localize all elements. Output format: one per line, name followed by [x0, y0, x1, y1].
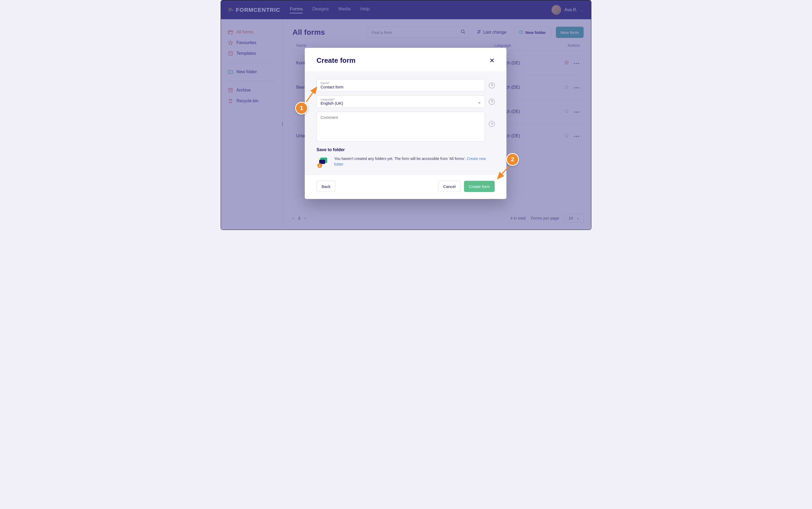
- comment-textarea[interactable]: [316, 112, 485, 141]
- close-button[interactable]: ✕: [489, 57, 495, 64]
- close-icon: ✕: [489, 57, 495, 64]
- help-icon[interactable]: ?: [489, 99, 495, 105]
- help-icon[interactable]: ?: [489, 82, 495, 89]
- name-input[interactable]: Contact form: [320, 84, 481, 89]
- folder-message: You haven't created any folders yet. The…: [334, 156, 495, 167]
- name-field[interactable]: Name* Contact form: [316, 79, 485, 92]
- create-form-modal: Create form ✕ Name* Contact form ? Langu…: [305, 48, 506, 199]
- create-form-button[interactable]: Create form: [464, 181, 495, 192]
- modal-header: Create form ✕: [305, 48, 506, 71]
- cancel-button[interactable]: Cancel: [438, 181, 461, 192]
- modal-body: Name* Contact form ? Language* English (…: [305, 71, 506, 175]
- modal-title: Create form: [316, 56, 356, 65]
- folder-illustration: [316, 156, 329, 169]
- language-select[interactable]: Language* English (UK) ⌄: [316, 95, 485, 108]
- modal-footer: Back Cancel Create form: [305, 175, 506, 199]
- annotation-badge-2: 2: [506, 153, 519, 166]
- back-button[interactable]: Back: [316, 181, 336, 192]
- annotation-arrow-2: [495, 163, 513, 182]
- svg-point-13: [318, 158, 319, 159]
- save-to-folder: Save to folder You haven't created any f…: [316, 147, 495, 169]
- annotation-arrow-1: [304, 85, 320, 104]
- chevron-down-icon: ⌄: [478, 99, 481, 104]
- save-title: Save to folder: [316, 147, 495, 152]
- help-icon[interactable]: ?: [489, 121, 495, 127]
- annotation-badge-1: 1: [295, 102, 308, 114]
- app-window: FORMCENTRIC Forms Designs Media Help Ava…: [221, 0, 591, 230]
